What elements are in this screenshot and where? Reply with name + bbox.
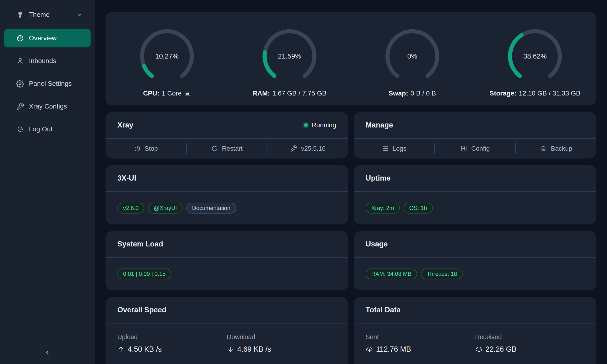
list-icon bbox=[382, 145, 389, 152]
main-content: 10.27% CPU: 1 Core 21.59% bbox=[95, 0, 607, 364]
sliders-icon bbox=[460, 145, 467, 152]
load-average-tag: 0.01 | 0.09 | 0.15 bbox=[117, 269, 171, 279]
cpu-percent: 10.27% bbox=[137, 26, 197, 86]
sidebar-item-log-out[interactable]: Log Out bbox=[4, 120, 91, 138]
received-metric: Received 22.26 GB bbox=[475, 333, 585, 353]
threexui-card: 3X-UI v2.6.0 @XrayUI Documentation bbox=[106, 165, 348, 224]
cpu-gauge-arc: 10.27% bbox=[137, 26, 197, 86]
swap-caption: Swap: 0 B / 0 B bbox=[389, 90, 436, 97]
ram-percent: 21.59% bbox=[260, 26, 319, 86]
storage-caption: Storage: 12.10 GB / 31.33 GB bbox=[489, 90, 581, 97]
sidebar-item-panel-settings[interactable]: Panel Settings bbox=[4, 74, 91, 93]
cpu-gauge: 10.27% CPU: 1 Core bbox=[106, 12, 228, 97]
theme-selector[interactable]: Theme bbox=[0, 6, 95, 24]
storage-gauge: 38.62% Storage: 12.10 GB / 31.33 GB bbox=[474, 12, 596, 97]
xray-card: Xray Running Stop bbox=[106, 112, 348, 158]
gear-icon bbox=[16, 80, 24, 88]
cloud-backup-icon bbox=[540, 145, 547, 152]
cloud-upload-icon bbox=[366, 346, 373, 353]
xray-uptime-tag: Xray: 2m bbox=[366, 203, 400, 213]
ram-caption: RAM: 1.67 GB / 7.75 GB bbox=[252, 90, 327, 97]
threads-tag: Threads: 18 bbox=[421, 269, 462, 279]
arrow-down-icon bbox=[227, 346, 235, 353]
sidebar-item-xray-configs[interactable]: Xray Configs bbox=[4, 97, 91, 116]
area-chart-icon[interactable] bbox=[184, 90, 191, 97]
sidebar-item-label: Inbounds bbox=[29, 57, 56, 65]
config-button[interactable]: Config bbox=[435, 139, 515, 158]
cpu-caption: CPU: 1 Core bbox=[143, 90, 191, 97]
storage-gauge-arc: 38.62% bbox=[505, 26, 565, 86]
swap-gauge-arc: 0% bbox=[383, 26, 442, 86]
logout-icon bbox=[16, 125, 24, 133]
sent-metric: Sent 112.76 MB bbox=[366, 333, 475, 353]
status-text: Running bbox=[312, 121, 336, 129]
power-icon bbox=[134, 145, 141, 152]
wrench-icon bbox=[16, 102, 24, 110]
usage-card-title: Usage bbox=[366, 240, 388, 248]
xray-version-button[interactable]: v25.5.16 bbox=[267, 139, 348, 158]
download-speed-metric: Download 4.69 KB /s bbox=[227, 333, 336, 353]
chevron-down-icon bbox=[76, 11, 83, 18]
uptime-card: Uptime Xray: 2m OS: 1h bbox=[354, 165, 596, 224]
logs-button[interactable]: Logs bbox=[354, 139, 434, 158]
version-tag[interactable]: v2.6.0 bbox=[117, 203, 144, 213]
restart-icon bbox=[211, 145, 218, 152]
sidebar-item-overview[interactable]: Overview bbox=[4, 29, 91, 47]
usage-card: Usage RAM: 34.08 MB Threads: 18 bbox=[354, 231, 596, 290]
system-load-card: System Load 0.01 | 0.09 | 0.15 bbox=[106, 231, 348, 290]
system-load-card-title: System Load bbox=[117, 240, 163, 248]
stop-button[interactable]: Stop bbox=[106, 139, 186, 158]
sidebar-item-label: Panel Settings bbox=[29, 80, 72, 88]
backup-button[interactable]: Backup bbox=[516, 139, 596, 158]
swap-gauge: 0% Swap: 0 B / 0 B bbox=[351, 12, 474, 97]
sidebar-item-label: Log Out bbox=[29, 125, 53, 133]
swap-percent: 0% bbox=[383, 26, 442, 86]
theme-label: Theme bbox=[29, 11, 50, 18]
wrench-icon bbox=[290, 145, 297, 152]
overall-speed-card: Overall Speed Upload 4.50 KB /s bbox=[106, 297, 348, 364]
upload-speed-metric: Upload 4.50 KB /s bbox=[117, 333, 227, 353]
xrayui-link-tag[interactable]: @XrayUI bbox=[148, 203, 183, 213]
sidebar: Theme Overview Inbounds bbox=[0, 0, 95, 364]
sidebar-nav: Overview Inbounds Panel Settings bbox=[0, 29, 95, 138]
status-dot bbox=[304, 123, 308, 127]
chevron-left-icon bbox=[44, 349, 51, 356]
uptime-card-title: Uptime bbox=[366, 174, 391, 182]
documentation-link-tag[interactable]: Documentation bbox=[186, 203, 236, 213]
ram-usage-tag: RAM: 34.08 MB bbox=[366, 269, 417, 279]
xray-status: Running bbox=[304, 121, 336, 129]
xray-card-title: Xray bbox=[117, 121, 133, 130]
ram-gauge-arc: 21.59% bbox=[260, 26, 319, 86]
sidebar-item-label: Xray Configs bbox=[29, 103, 67, 110]
sidebar-collapse-button[interactable] bbox=[0, 347, 95, 358]
total-data-card: Total Data Sent 112.76 MB bbox=[354, 297, 596, 364]
cloud-download-icon bbox=[475, 346, 483, 353]
total-data-card-title: Total Data bbox=[366, 306, 401, 314]
system-stats-card: 10.27% CPU: 1 Core 21.59% bbox=[106, 12, 596, 105]
threexui-card-title: 3X-UI bbox=[117, 174, 136, 182]
os-uptime-tag: OS: 1h bbox=[404, 203, 433, 213]
user-icon bbox=[16, 57, 24, 65]
sidebar-item-label: Overview bbox=[29, 34, 57, 42]
ram-gauge: 21.59% RAM: 1.67 GB / 7.75 GB bbox=[228, 12, 351, 97]
manage-card-title: Manage bbox=[366, 121, 393, 130]
overall-speed-card-title: Overall Speed bbox=[117, 306, 166, 314]
gauge-icon bbox=[16, 34, 24, 42]
manage-card: Manage Logs bbox=[354, 112, 596, 158]
lightbulb-icon bbox=[16, 11, 24, 19]
sidebar-item-inbounds[interactable]: Inbounds bbox=[4, 52, 91, 70]
restart-button[interactable]: Restart bbox=[187, 139, 267, 158]
arrow-up-icon bbox=[117, 346, 125, 353]
storage-percent: 38.62% bbox=[505, 26, 565, 86]
